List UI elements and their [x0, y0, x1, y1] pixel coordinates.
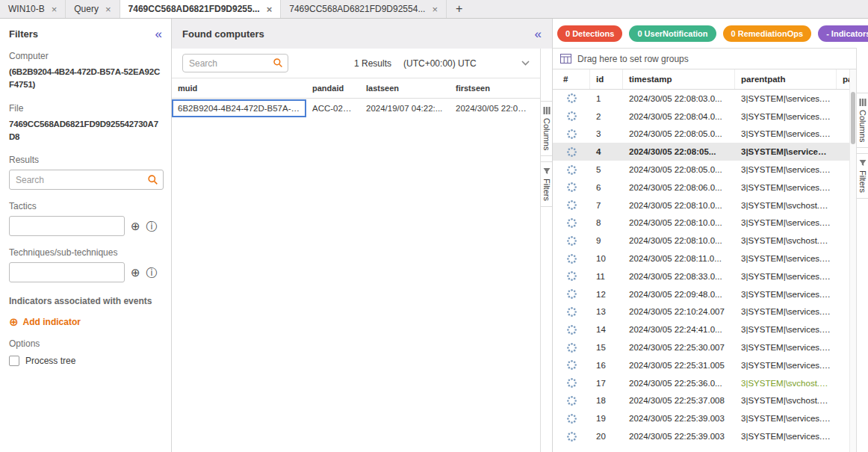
- event-row[interactable]: 2 2024/30/05 22:08:04.0... 3|SYSTEM|\ser…: [553, 108, 849, 126]
- event-row[interactable]: 19 2024/30/05 22:25:39.003 3|SYSTEM|\ser…: [553, 409, 849, 427]
- tactics-info-icon[interactable]: ⓘ: [146, 220, 158, 232]
- add-indicator-button[interactable]: ⊕ Add indicator: [9, 316, 164, 327]
- column-header-firstseen[interactable]: firstseen: [450, 84, 534, 93]
- found-computers-panel: Found computers « 1 Results (UTC+00:00) …: [172, 19, 553, 452]
- tab[interactable]: WIN10-B ×: [0, 0, 66, 18]
- event-row[interactable]: 17 2024/30/05 22:25:36.0... 3|SYSTEM|\sv…: [553, 374, 849, 392]
- event-timestamp: 2024/30/05 22:08:11.0...: [623, 254, 735, 263]
- process-spinner-icon[interactable]: [553, 413, 590, 424]
- event-row[interactable]: 11 2024/30/05 22:08:33.0... 3|SYSTEM|\se…: [553, 267, 849, 285]
- new-tab-button[interactable]: +: [447, 0, 471, 18]
- event-row[interactable]: 16 2024/30/05 22:25:31.005 3|SYSTEM|\ser…: [553, 356, 849, 374]
- event-row[interactable]: 7 2024/30/05 22:08:10.0... 3|SYSTEM|\svc…: [553, 196, 849, 214]
- process-spinner-icon[interactable]: [553, 182, 590, 193]
- computer-row[interactable]: 6B2B9204-4B24-472D-B57A-52E... ACC-0290.…: [172, 99, 540, 118]
- process-spinner-icon[interactable]: [553, 217, 590, 229]
- event-badge[interactable]: 0 UserNotification: [629, 25, 716, 42]
- event-row[interactable]: 6 2024/30/05 22:08:06.0... 3|SYSTEM|\ser…: [553, 179, 849, 196]
- event-id: 8: [590, 218, 623, 227]
- column-header-hash[interactable]: #: [553, 69, 590, 89]
- tab[interactable]: 7469CC568AD6821FD9D9255... ×: [120, 0, 282, 18]
- column-header-parentpath[interactable]: parentpath: [735, 69, 837, 89]
- tab-columns[interactable]: Columns: [857, 93, 868, 148]
- results-search-input[interactable]: [9, 170, 164, 190]
- tab-close-icon[interactable]: ×: [52, 4, 58, 14]
- event-badge[interactable]: - Indicators...: [818, 25, 868, 42]
- event-parentpath: 3|SYSTEM|\svchost.exe: [735, 201, 837, 210]
- process-spinner-icon[interactable]: [553, 395, 590, 406]
- techniques-info-icon[interactable]: ⓘ: [146, 267, 158, 278]
- tactics-label: Tactics: [9, 201, 164, 211]
- row-groups-dropzone[interactable]: Drag here to set row groups: [553, 48, 856, 69]
- add-technique-icon[interactable]: ⊕: [131, 267, 140, 278]
- process-spinner-icon[interactable]: [553, 288, 590, 300]
- tactics-input[interactable]: [9, 216, 125, 236]
- timezone-selector[interactable]: (UTC+00:00) UTC: [403, 58, 477, 69]
- process-spinner-icon[interactable]: [553, 253, 590, 264]
- tab-close-icon[interactable]: ×: [105, 4, 111, 14]
- process-spinner-icon[interactable]: [553, 359, 590, 371]
- techniques-input[interactable]: [9, 262, 125, 282]
- tab-filters[interactable]: Filters: [857, 153, 868, 199]
- process-spinner-icon[interactable]: [553, 324, 590, 335]
- tab-close-icon[interactable]: ×: [432, 4, 438, 14]
- process-spinner-icon[interactable]: [553, 164, 590, 176]
- collapse-left-panel-icon[interactable]: «: [155, 28, 162, 40]
- events-scrollbar[interactable]: [849, 69, 856, 452]
- event-row[interactable]: 13 2024/30/05 22:10:24.007 3|SYSTEM|\ser…: [553, 303, 849, 321]
- process-spinner-icon[interactable]: [553, 93, 590, 104]
- event-row[interactable]: 10 2024/30/05 22:08:11.0... 3|SYSTEM|\se…: [553, 250, 849, 267]
- process-spinner-icon[interactable]: [553, 235, 590, 247]
- event-id: 20: [590, 432, 623, 441]
- event-row[interactable]: 8 2024/30/05 22:08:10.0... 3|SYSTEM|\ser…: [553, 214, 849, 232]
- event-badge[interactable]: 0 Detections: [557, 25, 622, 42]
- events-grid-column: Drag here to set row groups # id timesta…: [553, 48, 856, 452]
- process-spinner-icon[interactable]: [553, 111, 590, 122]
- tactics-row: ⊕ ⓘ: [9, 216, 164, 236]
- process-spinner-icon[interactable]: [553, 129, 590, 140]
- tab-filters[interactable]: Filters: [541, 161, 552, 207]
- tab[interactable]: 7469CC568AD6821FD9D92554... ×: [281, 0, 447, 18]
- column-header-id[interactable]: id: [590, 69, 623, 89]
- add-tactic-icon[interactable]: ⊕: [131, 220, 140, 232]
- event-row[interactable]: 14 2024/30/05 22:24:41.0... 3|SYSTEM|\se…: [553, 321, 849, 338]
- column-header-lastseen[interactable]: lastseen: [360, 84, 450, 93]
- process-spinner-icon[interactable]: [553, 306, 590, 318]
- column-header-muid[interactable]: muid: [172, 84, 306, 93]
- process-spinner-icon[interactable]: [553, 377, 590, 388]
- column-header-pa[interactable]: pa: [837, 69, 849, 89]
- chevron-down-icon[interactable]: [521, 61, 530, 66]
- funnel-icon: [543, 167, 551, 175]
- event-row[interactable]: 5 2024/30/05 22:08:05.0... 3|SYSTEM|\ser…: [553, 161, 849, 179]
- event-row[interactable]: 9 2024/30/05 22:08:10.0... 3|SYSTEM|\svc…: [553, 232, 849, 250]
- event-row[interactable]: 18 2024/30/05 22:25:37.008 3|SYSTEM|\svc…: [553, 392, 849, 410]
- tab-columns-label: Columns: [858, 110, 867, 142]
- firstseen-cell: 2024/30/05 22:08:...: [450, 104, 534, 113]
- collapse-computers-panel-icon[interactable]: «: [535, 28, 542, 40]
- process-spinner-icon[interactable]: [553, 431, 590, 442]
- column-header-timestamp[interactable]: timestamp: [623, 69, 735, 89]
- event-row[interactable]: 20 2024/30/05 22:25:39.003 3|SYSTEM|\ser…: [553, 427, 849, 445]
- tab-columns[interactable]: Columns: [541, 101, 552, 156]
- event-row[interactable]: 4 2024/30/05 22:08:05... 3|SYSTEM|\servi…: [553, 143, 849, 161]
- process-spinner-icon[interactable]: [553, 342, 590, 353]
- event-badge[interactable]: 0 RemediationOps: [723, 25, 812, 42]
- process-spinner-icon[interactable]: [553, 270, 590, 282]
- filters-body: Computer (6B2B9204-4B24-472D-B57A-52EA92…: [0, 51, 171, 366]
- event-id: 5: [590, 165, 623, 174]
- tab[interactable]: Query ×: [66, 0, 120, 18]
- tab-close-icon[interactable]: ×: [267, 4, 273, 14]
- process-tree-checkbox[interactable]: [9, 356, 19, 366]
- muid-cell-selected[interactable]: 6B2B9204-4B24-472D-B57A-52E...: [172, 99, 306, 117]
- process-spinner-icon[interactable]: [553, 199, 590, 211]
- event-row[interactable]: 1 2024/30/05 22:08:03.0... 3|SYSTEM|\ser…: [553, 90, 849, 108]
- process-spinner-icon[interactable]: [553, 146, 590, 158]
- scrollbar-thumb[interactable]: [851, 92, 855, 144]
- process-tree-option[interactable]: Process tree: [9, 356, 164, 366]
- event-parentpath: 3|SYSTEM|\svchost.exe: [735, 236, 837, 245]
- event-row[interactable]: 15 2024/30/05 22:25:30.007 3|SYSTEM|\ser…: [553, 338, 849, 356]
- column-header-pandaid[interactable]: pandaid: [306, 84, 360, 93]
- event-parentpath: 3|SYSTEM|\services.exe: [735, 325, 837, 334]
- event-row[interactable]: 12 2024/30/05 22:09:48.0... 3|SYSTEM|\se…: [553, 285, 849, 303]
- event-row[interactable]: 3 2024/30/05 22:08:05.0... 3|SYSTEM|\ser…: [553, 126, 849, 143]
